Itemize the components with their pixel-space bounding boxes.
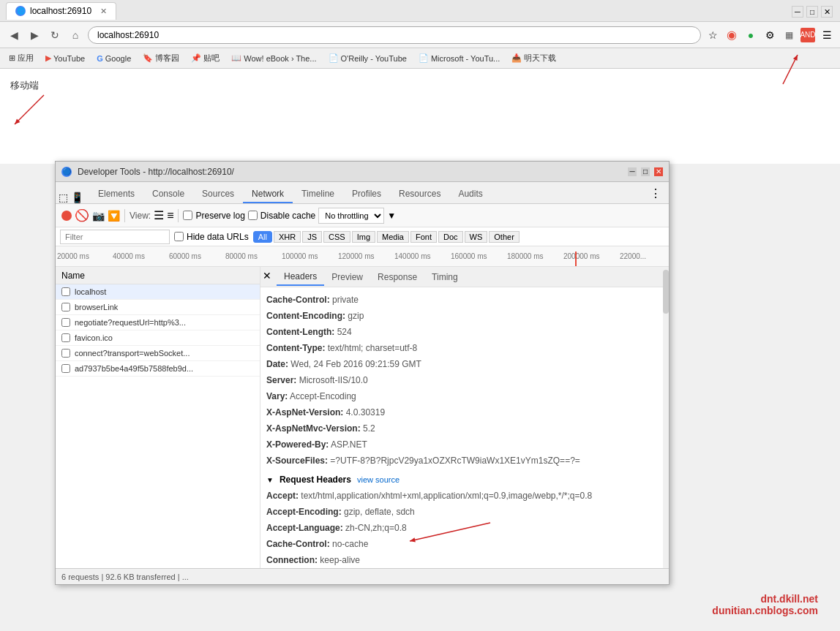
filter-font[interactable]: Font bbox=[410, 231, 437, 243]
bookmark-mingtianzaizai[interactable]: 📥 明天下载 bbox=[509, 51, 559, 65]
response-header-date: Date: Wed, 24 Feb 2016 09:21:59 GMT bbox=[266, 356, 663, 372]
record-button[interactable] bbox=[61, 211, 72, 221]
h-tab-preview[interactable]: Preview bbox=[324, 269, 370, 285]
camera-button[interactable]: 📷 bbox=[92, 210, 105, 222]
request-checkbox-favicon[interactable] bbox=[61, 333, 70, 342]
bookmark-apps[interactable]: ⊞ 应用 bbox=[6, 51, 37, 65]
request-checkbox-browserlink[interactable] bbox=[61, 303, 70, 311]
back-button[interactable]: ◀ bbox=[6, 27, 22, 43]
devtools-close[interactable]: ✕ bbox=[654, 167, 663, 176]
filter-img[interactable]: Img bbox=[352, 231, 375, 243]
bookmark-tieba[interactable]: 📌 贴吧 bbox=[188, 51, 222, 65]
devtools-maximize[interactable]: □ bbox=[641, 167, 650, 176]
request-checkbox-localhost[interactable] bbox=[61, 287, 70, 296]
plugin-icon[interactable]: ▦ bbox=[781, 28, 796, 42]
browser-tab[interactable]: 🌐 localhost:26910 ✕ bbox=[6, 2, 116, 20]
disable-cache-checkbox[interactable] bbox=[248, 211, 258, 220]
filter-other[interactable]: Other bbox=[489, 231, 520, 243]
star-icon[interactable]: ☆ bbox=[705, 28, 720, 42]
request-item-negotiate[interactable]: negotiate?requestUrl=http%3... bbox=[56, 315, 260, 330]
more-tabs-button[interactable]: ⋮ bbox=[645, 184, 666, 203]
request-name-browserlink: browserLink bbox=[75, 303, 254, 311]
hide-data-urls-checkbox[interactable] bbox=[174, 232, 184, 241]
preserve-log-checkbox[interactable] bbox=[183, 211, 192, 220]
h-tab-timing[interactable]: Timing bbox=[424, 269, 465, 285]
ruler-tick-1: 20000 ms bbox=[57, 252, 89, 260]
response-header-vary: Vary: Accept-Encoding bbox=[266, 388, 663, 404]
filter-xhr[interactable]: XHR bbox=[274, 231, 301, 243]
request-checkbox-ad7937[interactable] bbox=[61, 364, 70, 373]
close-window-button[interactable]: ✕ bbox=[821, 6, 833, 18]
tab-elements[interactable]: Elements bbox=[89, 186, 143, 203]
reload-button[interactable]: ↻ bbox=[47, 27, 63, 43]
filter-ws[interactable]: WS bbox=[465, 231, 488, 243]
tab-network[interactable]: Network bbox=[243, 186, 293, 203]
headers-content: Cache-Control: private Content-Encoding:… bbox=[260, 287, 669, 568]
throttle-select[interactable]: No throttling bbox=[318, 208, 384, 224]
tab-resources[interactable]: Resources bbox=[390, 186, 449, 203]
filter-button[interactable]: 🔽 bbox=[108, 210, 120, 222]
ruler-tick-3: 60000 ms bbox=[169, 252, 201, 260]
bookmark-cnblog[interactable]: 🔖 博客园 bbox=[140, 51, 182, 65]
request-item-connect[interactable]: connect?transport=webSocket... bbox=[56, 346, 260, 361]
menu-icon[interactable]: ☰ bbox=[820, 28, 834, 42]
filter-css[interactable]: CSS bbox=[323, 231, 350, 243]
filter-js[interactable]: JS bbox=[302, 231, 322, 243]
bookmark-wowebook[interactable]: 📖 Wow! eBook › The... bbox=[228, 52, 319, 64]
bookmark-youtube[interactable]: ▶ YouTube bbox=[42, 52, 88, 64]
requests-list: localhost browserLink negotiate?requestU… bbox=[56, 284, 260, 568]
circle-icon[interactable]: ● bbox=[743, 28, 758, 42]
ruler-tick-8: 160000 ms bbox=[451, 252, 487, 260]
request-item-ad7937[interactable]: ad7937b5be4a49f5b7588feb9d... bbox=[56, 361, 260, 377]
devtools-minimize[interactable]: ─ bbox=[628, 167, 637, 176]
h-tab-headers[interactable]: Headers bbox=[277, 268, 324, 286]
forward-button[interactable]: ▶ bbox=[26, 27, 42, 43]
headers-panel: ✕ Headers Preview Response Timing Cache-… bbox=[260, 267, 669, 568]
bookmark-oreilly[interactable]: 📄 O'Reilly - YouTube bbox=[326, 52, 410, 64]
filter-all[interactable]: All bbox=[253, 231, 272, 243]
req-header-accept: Accept: text/html,application/xhtml+xml,… bbox=[266, 488, 663, 504]
url-input[interactable] bbox=[88, 26, 701, 44]
filter-doc[interactable]: Doc bbox=[438, 231, 463, 243]
view-source-link[interactable]: view source bbox=[357, 475, 400, 484]
hide-data-urls-label[interactable]: Hide data URLs bbox=[174, 232, 249, 242]
extension-icon[interactable]: ⚙ bbox=[762, 28, 777, 42]
response-header-cache-control: Cache-Control: private bbox=[266, 292, 663, 308]
google-icon: G bbox=[97, 54, 103, 63]
minimize-button[interactable]: ─ bbox=[792, 6, 803, 18]
home-button[interactable]: ⌂ bbox=[67, 27, 83, 43]
tab-profiles[interactable]: Profiles bbox=[343, 186, 390, 203]
tab-timeline[interactable]: Timeline bbox=[293, 186, 343, 203]
inspect-icon[interactable]: ⬚ bbox=[59, 192, 68, 203]
bookmark-microsoft[interactable]: 📄 Microsoft - YouTu... bbox=[416, 52, 503, 64]
maximize-button[interactable]: □ bbox=[806, 6, 818, 18]
bookmark-google[interactable]: G Google bbox=[94, 53, 134, 64]
devtools-tab-bar: ⬚ 📱 Elements Console Sources Network Tim… bbox=[56, 182, 669, 204]
opera-icon[interactable]: ◉ bbox=[724, 28, 739, 42]
device-icon[interactable]: 📱 bbox=[71, 192, 83, 203]
badge-icon[interactable]: AND bbox=[800, 28, 815, 42]
request-headers-section-title: ▼ Request Headers view source bbox=[266, 475, 663, 485]
preserve-log-label[interactable]: Preserve log bbox=[183, 211, 244, 221]
view-waterfall-icon[interactable]: ≡ bbox=[167, 209, 173, 222]
network-toolbar: 🚫 📷 🔽 View: ☰ ≡ Preserve log Disable cac… bbox=[56, 204, 669, 227]
filter-media[interactable]: Media bbox=[377, 231, 409, 243]
throttle-dropdown-arrow[interactable]: ▼ bbox=[387, 211, 396, 221]
request-item-browserlink[interactable]: browserLink bbox=[56, 300, 260, 315]
view-list-icon[interactable]: ☰ bbox=[154, 208, 164, 222]
tab-audits[interactable]: Audits bbox=[449, 186, 491, 203]
request-checkbox-connect[interactable] bbox=[61, 349, 70, 358]
tab-console[interactable]: Console bbox=[143, 186, 193, 203]
stop-record-button[interactable]: 🚫 bbox=[75, 208, 89, 222]
tab-close-button[interactable]: ✕ bbox=[100, 7, 107, 16]
request-item-favicon[interactable]: favicon.ico bbox=[56, 330, 260, 346]
request-item-localhost[interactable]: localhost bbox=[56, 284, 260, 300]
ruler-tick-6: 120000 ms bbox=[338, 252, 374, 260]
filter-input[interactable] bbox=[60, 230, 170, 244]
h-tab-response[interactable]: Response bbox=[370, 269, 424, 285]
close-headers-button[interactable]: ✕ bbox=[263, 270, 271, 282]
scrollbar-thumb[interactable] bbox=[663, 270, 669, 314]
request-checkbox-negotiate[interactable] bbox=[61, 318, 70, 327]
disable-cache-label[interactable]: Disable cache bbox=[248, 211, 315, 221]
tab-sources[interactable]: Sources bbox=[193, 186, 243, 203]
